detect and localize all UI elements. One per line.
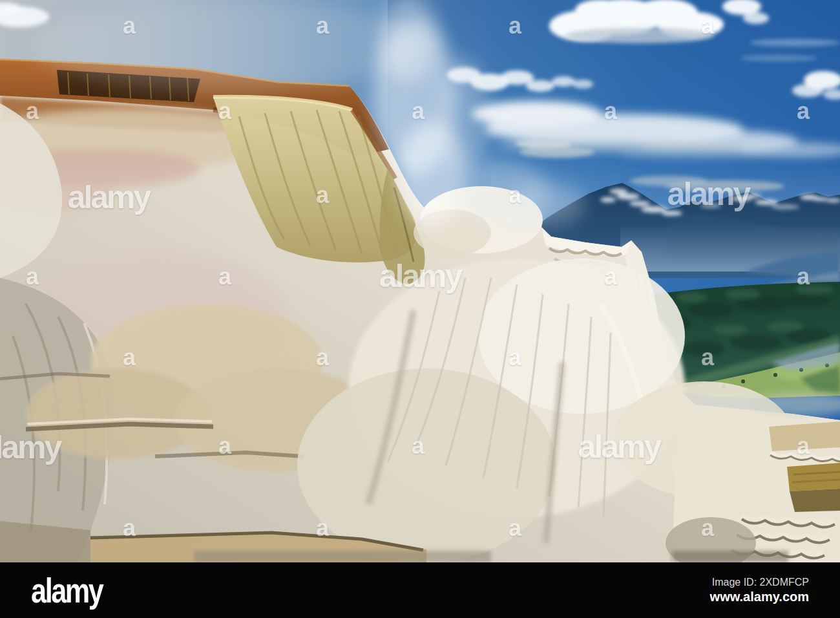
alamy-url: www.alamy.com	[710, 589, 809, 605]
alamy-logo: alamy	[31, 570, 103, 610]
photo: aaaaaaaaaaaaaaaaaaaaaaaaaaalamyalamyalam…	[0, 0, 840, 562]
pool-terraces	[666, 389, 840, 562]
footer-bar: alamy Image ID: 2XDMFCP www.alamy.com	[0, 562, 840, 618]
image-id-label: Image ID: 2XDMFCP	[710, 576, 809, 589]
stock-photo-page: aaaaaaaaaaaaaaaaaaaaaaaaaaalamyalamyalam…	[0, 0, 840, 618]
photo-canvas	[0, 0, 840, 562]
